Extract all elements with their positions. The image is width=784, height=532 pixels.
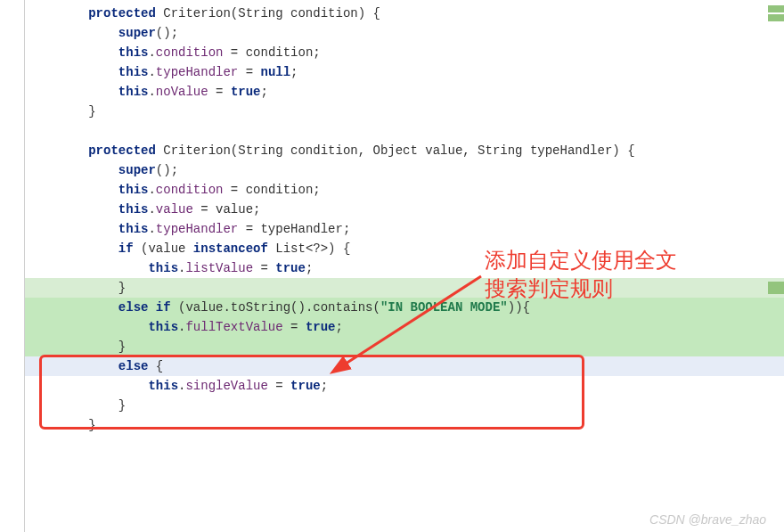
code-line: this.typeHandler = null; [25, 62, 784, 82]
code-line: this.singleValue = true; [25, 376, 784, 396]
code-line: } [25, 102, 784, 121]
code-line: } [25, 396, 784, 415]
kw-this: this [118, 85, 149, 99]
kw-true: true [306, 320, 336, 334]
kw-true: true [231, 85, 261, 99]
kw-instanceof: instanceof [193, 241, 268, 256]
kw-this: this [118, 45, 149, 60]
code-line-highlight: this.fullTextValue = true; [25, 317, 784, 337]
minimap-marker [768, 14, 784, 21]
code-line: super(); [25, 160, 784, 180]
field-value: value [156, 202, 193, 217]
minimap-marker [768, 5, 784, 12]
code-line: protected Criterion(String condition, Ob… [25, 141, 784, 160]
code-line: this.condition = condition; [25, 180, 784, 200]
code-line: this.value = value; [25, 200, 784, 219]
kw-this: this [148, 379, 178, 393]
kw-this: this [148, 320, 178, 334]
code-area: protected Criterion(String condition) { … [25, 0, 784, 435]
code-line-highlight: } [25, 337, 784, 356]
string-literal: "IN BOOLEAN MODE" [380, 300, 508, 315]
field-condition: condition [156, 183, 224, 197]
kw-this: this [118, 183, 149, 197]
kw-if: if [118, 241, 134, 256]
kw-true: true [275, 261, 306, 275]
code-line: else { [25, 356, 784, 376]
kw-this: this [118, 65, 149, 79]
kw-this: this [148, 261, 178, 275]
kw-null: null [260, 65, 290, 79]
field-typeHandler: typeHandler [156, 222, 238, 236]
code-line: this.listValue = true; [25, 258, 784, 278]
code-line: this.noValue = true; [25, 82, 784, 102]
kw-super: super [118, 163, 156, 177]
code-line: } [25, 278, 784, 298]
kw-protected: protected [88, 6, 156, 20]
field-typeHandler: typeHandler [156, 65, 238, 79]
field-noValue: noValue [156, 85, 208, 99]
kw-true: true [290, 379, 321, 393]
field-listValue: listValue [185, 261, 253, 275]
kw-protected: protected [88, 143, 156, 158]
kw-this: this [118, 222, 149, 236]
kw-else: else [118, 359, 149, 373]
code-line: protected Criterion(String condition) { [25, 4, 784, 23]
code-line [25, 121, 784, 141]
watermark: CSDN @brave_zhao [649, 512, 766, 527]
code-line: this.typeHandler = typeHandler; [25, 219, 784, 239]
kw-this: this [118, 202, 149, 217]
code-line: super(); [25, 23, 784, 43]
field-singleValue: singleValue [185, 379, 267, 393]
kw-if: if [156, 300, 171, 315]
code-line: } [25, 415, 784, 435]
code-line: if (value instanceof List<?>) { [25, 239, 784, 258]
field-fullTextValue: fullTextValue [185, 320, 282, 334]
kw-super: super [118, 26, 156, 40]
code-line-highlight: else if (value.toString().contains("IN B… [25, 298, 784, 317]
kw-else: else [118, 300, 149, 315]
code-line: this.condition = condition; [25, 43, 784, 62]
editor-gutter [0, 0, 25, 532]
field-condition: condition [156, 45, 224, 60]
minimap-marker [768, 282, 784, 294]
code-editor: protected Criterion(String condition) { … [0, 0, 784, 532]
